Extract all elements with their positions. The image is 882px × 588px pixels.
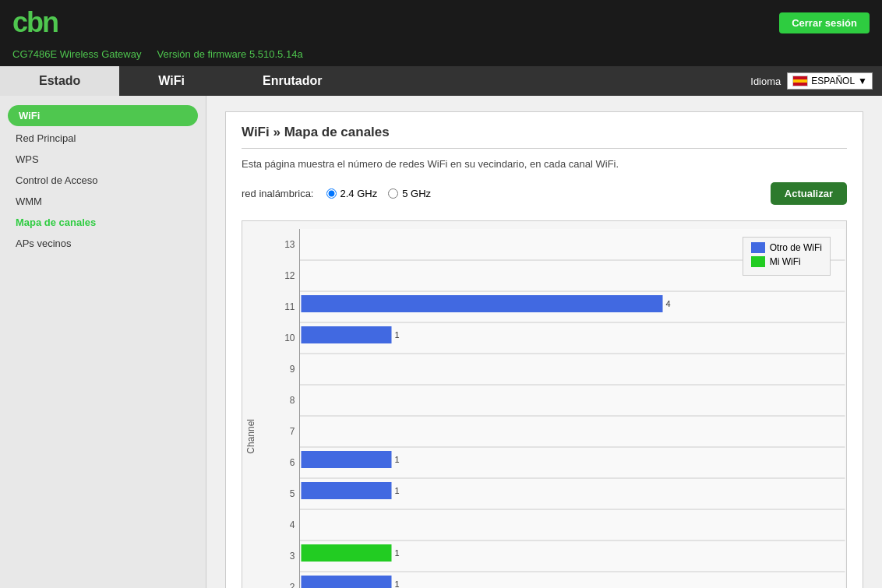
svg-text:13: 13 <box>284 239 295 250</box>
legend-blue-icon <box>751 242 765 253</box>
header: cbn Cerrar sesión <box>0 0 882 45</box>
content-wrapper: WiFi » Mapa de canales Esta página muest… <box>225 111 863 588</box>
svg-text:6: 6 <box>290 457 295 468</box>
bar-ch6 <box>302 451 392 468</box>
radio-5ghz[interactable]: 5 GHz <box>388 188 431 199</box>
radio-5ghz-label: 5 GHz <box>402 188 431 199</box>
radio-row: red inalámbrica: 2.4 GHz 5 GHz Actualiza… <box>242 182 847 205</box>
sidebar-item-red-principal[interactable]: Red Principal <box>0 128 206 149</box>
sidebar: WiFi Red Principal WPS Control de Acceso… <box>0 96 206 588</box>
svg-text:12: 12 <box>284 270 295 281</box>
bar-ch10 <box>302 326 392 343</box>
svg-text:1: 1 <box>395 548 400 558</box>
svg-text:1: 1 <box>395 455 400 464</box>
page-description: Esta página muestra el número de redes W… <box>242 158 847 170</box>
svg-text:9: 9 <box>290 364 295 375</box>
legend-item-mi: Mi WiFi <box>751 256 822 267</box>
chart-svg-container: 13 12 11 10 9 8 7 6 5 4 3 2 1 <box>259 229 846 588</box>
tab-wifi[interactable]: WiFi <box>119 66 224 96</box>
svg-text:11: 11 <box>284 301 295 312</box>
sidebar-item-aps-vecinos[interactable]: APs vecinos <box>0 233 206 254</box>
main-layout: WiFi Red Principal WPS Control de Acceso… <box>0 96 882 588</box>
radio-5ghz-input[interactable] <box>388 188 398 199</box>
flag-icon <box>792 76 808 86</box>
svg-text:3: 3 <box>290 551 295 562</box>
radio-2.4ghz-input[interactable] <box>326 188 337 199</box>
chart-area: Channel Otro de WiFi Mi WiFi <box>242 220 847 588</box>
bar-ch2 <box>302 576 392 588</box>
tab-estado[interactable]: Estado <box>0 66 119 96</box>
sidebar-item-mapa-canales[interactable]: Mapa de canales <box>0 212 206 233</box>
svg-text:10: 10 <box>284 333 295 343</box>
chart-legend: Otro de WiFi Mi WiFi <box>743 237 831 276</box>
bar-ch3 <box>302 544 392 562</box>
svg-text:1: 1 <box>395 486 400 495</box>
radio-label: red inalámbrica: <box>242 188 314 199</box>
sidebar-item-control-acceso[interactable]: Control de Acceso <box>0 170 206 191</box>
svg-text:1: 1 <box>395 330 400 340</box>
sidebar-item-wps[interactable]: WPS <box>0 149 206 170</box>
svg-text:1: 1 <box>395 579 400 588</box>
subtitle-bar: CG7486E Wireless Gateway Versión de firm… <box>0 45 882 66</box>
svg-text:2: 2 <box>290 582 295 588</box>
radio-2.4ghz-label: 2.4 GHz <box>340 188 378 199</box>
content-area: WiFi » Mapa de canales Esta página muest… <box>206 96 882 588</box>
firmware-version: Versión de firmware 5.510.5.14a <box>157 48 302 60</box>
svg-text:4: 4 <box>290 519 295 530</box>
chart-inner: Otro de WiFi Mi WiFi <box>259 229 846 588</box>
bar-ch5 <box>302 482 392 499</box>
language-selector[interactable]: ESPAÑOL ▼ <box>787 72 873 90</box>
page-title: WiFi » Mapa de canales <box>242 125 847 149</box>
language-area: Idioma ESPAÑOL ▼ <box>741 66 882 96</box>
channel-chart-svg: 13 12 11 10 9 8 7 6 5 4 3 2 1 <box>259 229 846 588</box>
svg-text:4: 4 <box>666 299 671 308</box>
svg-text:7: 7 <box>290 426 295 437</box>
y-axis-label: Channel <box>242 419 259 454</box>
sidebar-item-wifi[interactable]: WiFi <box>8 105 198 126</box>
bar-ch11 <box>302 295 663 312</box>
sidebar-item-wmm[interactable]: WMM <box>0 191 206 212</box>
chevron-down-icon: ▼ <box>858 76 867 86</box>
nav-tabs: Estado WiFi Enrutador Idioma ESPAÑOL ▼ <box>0 66 882 96</box>
device-name: CG7486E Wireless Gateway <box>12 48 141 60</box>
refresh-button[interactable]: Actualizar <box>771 182 847 205</box>
svg-rect-1 <box>300 229 845 588</box>
language-label: Idioma <box>750 76 781 87</box>
legend-otro-label: Otro de WiFi <box>770 242 822 253</box>
radio-2.4ghz[interactable]: 2.4 GHz <box>326 188 378 199</box>
legend-mi-label: Mi WiFi <box>770 256 801 267</box>
language-value: ESPAÑOL <box>811 76 855 86</box>
legend-green-icon <box>751 256 765 267</box>
logout-button[interactable]: Cerrar sesión <box>779 12 870 33</box>
logo: cbn <box>12 6 58 39</box>
tab-enrutador[interactable]: Enrutador <box>224 66 361 96</box>
svg-text:5: 5 <box>290 488 295 499</box>
legend-item-otro: Otro de WiFi <box>751 242 822 253</box>
svg-text:8: 8 <box>290 395 295 406</box>
